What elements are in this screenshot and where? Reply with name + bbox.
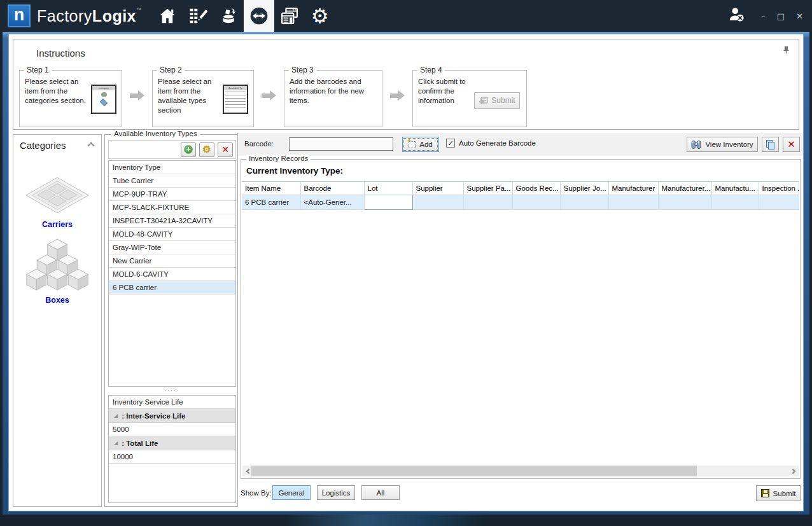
logo-letter: n	[14, 6, 25, 24]
mini-boxes-icon	[100, 99, 108, 106]
step-3-label: Step 3	[289, 66, 316, 74]
column-header[interactable]: Supplier	[412, 182, 463, 195]
splitter-handle[interactable]: .....	[108, 387, 236, 395]
categories-panel: Categories Carriers	[13, 134, 102, 507]
delete-record-button[interactable]: ✕	[783, 137, 800, 152]
group-row-inter-service-life[interactable]: ◢: Inter-Service Life	[109, 409, 235, 423]
step-submit-button[interactable]: Submit	[474, 92, 520, 109]
copy-icon	[766, 140, 774, 149]
category-label-carriers: Carriers	[13, 220, 101, 229]
barcode-input[interactable]	[289, 137, 393, 151]
list-item[interactable]: MCP-SLACK-FIXTURE	[109, 201, 235, 214]
available-types-legend: Available Inventory Types	[111, 130, 200, 137]
step-1-thumbnail: category	[91, 85, 116, 114]
list-item[interactable]: Tube Carrier	[109, 174, 235, 188]
delete-x-icon: ✕	[221, 145, 229, 154]
auto-generate-checkbox[interactable]: ✓ Auto Generate Barcode	[446, 139, 536, 148]
delete-type-button[interactable]: ✕	[218, 142, 233, 157]
total-life-value[interactable]: 10000	[109, 450, 235, 464]
filter-all-button[interactable]: All	[361, 485, 400, 500]
add-button[interactable]: Add	[402, 137, 439, 152]
column-header[interactable]: Manufactu...	[711, 182, 759, 195]
copy-button[interactable]	[762, 137, 779, 152]
mini-carriers-icon	[101, 92, 107, 97]
show-by-label: Show By:	[241, 489, 272, 497]
app-logo: n	[8, 4, 31, 27]
add-type-button[interactable]: +	[181, 142, 196, 157]
nav-production-stack-icon[interactable]	[213, 0, 244, 32]
column-header[interactable]: Barcode	[300, 182, 364, 195]
horizontal-scrollbar	[242, 466, 799, 476]
inventory-records-panel: Inventory Records Current Inventory Type…	[241, 159, 801, 479]
edit-gear-icon: ⚙	[202, 145, 211, 155]
column-header[interactable]: Lot	[364, 182, 412, 195]
nav-home-icon[interactable]	[152, 0, 183, 32]
list-item[interactable]: MCP-9UP-TRAY	[109, 188, 235, 201]
scrollbar-thumb[interactable]	[251, 466, 697, 476]
close-button[interactable]: ✕	[796, 12, 803, 20]
cell-item-name[interactable]: 6 PCB carrier	[242, 195, 300, 210]
add-plus-icon: +	[184, 145, 193, 154]
column-header[interactable]: Supplier Jo...	[560, 182, 608, 195]
list-item[interactable]: New Carrier	[109, 254, 235, 268]
minimize-button[interactable]: –	[761, 12, 766, 20]
filter-general-button[interactable]: General	[272, 485, 311, 500]
cell-lot-editor[interactable]	[364, 195, 412, 210]
collapse-chevron-icon[interactable]	[87, 142, 94, 149]
arrow-icon	[390, 90, 405, 100]
delete-x-icon: ✕	[787, 140, 795, 149]
list-item[interactable]: Gray-WIP-Tote	[109, 241, 235, 254]
main-footer: Show By: General Logistics All Submit	[241, 485, 801, 502]
step-1-label: Step 1	[24, 66, 52, 74]
step-2-thumbnail: Available Ty	[223, 85, 248, 114]
binoculars-icon	[691, 140, 701, 149]
nav-warehouse-transfer-icon[interactable]	[244, 0, 274, 32]
app-window: n FactoryLogix™	[0, 0, 812, 526]
titlebar: n FactoryLogix™	[0, 0, 812, 32]
content-area: Instructions Step 1 Please select an ite…	[8, 34, 804, 511]
column-header[interactable]: Inspection ...	[759, 182, 799, 195]
arrow-icon	[130, 90, 144, 100]
step-4-label: Step 4	[417, 66, 445, 74]
window-frame: Instructions Step 1 Please select an ite…	[3, 32, 809, 515]
inventory-records-legend: Inventory Records	[246, 155, 311, 162]
list-item[interactable]: MOLD-48-CAVITY	[109, 228, 235, 241]
list-item[interactable]: INSPECT-T30421A-32CAVITY	[109, 214, 235, 228]
barcode-label: Barcode:	[244, 140, 274, 148]
inter-service-life-value[interactable]: 5000	[109, 423, 235, 436]
category-item-carriers[interactable]: Carriers	[13, 176, 101, 229]
maximize-button[interactable]: □	[777, 12, 785, 20]
edit-type-button[interactable]: ⚙	[199, 142, 214, 157]
filter-logistics-button[interactable]: Logistics	[317, 485, 355, 500]
view-inventory-button[interactable]: View Inventory	[687, 137, 758, 152]
step-1-box: Step 1 Please select an item from the ca…	[19, 70, 122, 127]
pin-icon[interactable]	[783, 46, 790, 56]
instructions-panel: Instructions Step 1 Please select an ite…	[13, 39, 799, 130]
column-header[interactable]: Manufacturer...	[658, 182, 711, 195]
list-item-selected[interactable]: 6 PCB carrier	[109, 281, 235, 294]
column-header[interactable]: Item Name	[242, 182, 300, 195]
column-header[interactable]: Supplier Pa...	[463, 182, 512, 195]
category-label-boxes: Boxes	[13, 296, 101, 305]
list-item[interactable]: MOLD-6-CAVITY	[109, 268, 235, 281]
nav-plan-grid-pencil-icon[interactable]	[183, 0, 213, 32]
submit-button[interactable]: Submit	[756, 485, 801, 501]
nav-reports-windows-icon[interactable]	[274, 0, 305, 32]
types-column-header[interactable]: Inventory Type	[109, 161, 235, 174]
carriers-tray-icon	[24, 176, 90, 216]
group-collapse-icon: ◢	[114, 413, 118, 419]
scroll-right-arrow[interactable]	[788, 466, 799, 476]
grid-header-row: Item Name Barcode Lot Supplier Supplier …	[242, 182, 799, 195]
new-item-icon	[409, 141, 416, 148]
cell-barcode[interactable]: <Auto-Gener...	[300, 195, 364, 210]
service-life-header[interactable]: Inventory Service Life	[109, 396, 235, 409]
user-logout-icon[interactable]	[728, 7, 745, 25]
boxes-stack-icon	[24, 238, 90, 291]
steps-row: Step 1 Please select an item from the ca…	[19, 70, 527, 127]
column-header[interactable]: Manufacturer	[608, 182, 658, 195]
category-item-boxes[interactable]: Boxes	[13, 238, 101, 305]
step-4-box: Step 4 Click submit to confirm the infor…	[412, 70, 527, 127]
nav-settings-gear-icon[interactable]: ⚙	[305, 0, 335, 32]
column-header[interactable]: Goods Rec...	[512, 182, 560, 195]
group-row-total-life[interactable]: ◢: Total Life	[109, 436, 235, 450]
